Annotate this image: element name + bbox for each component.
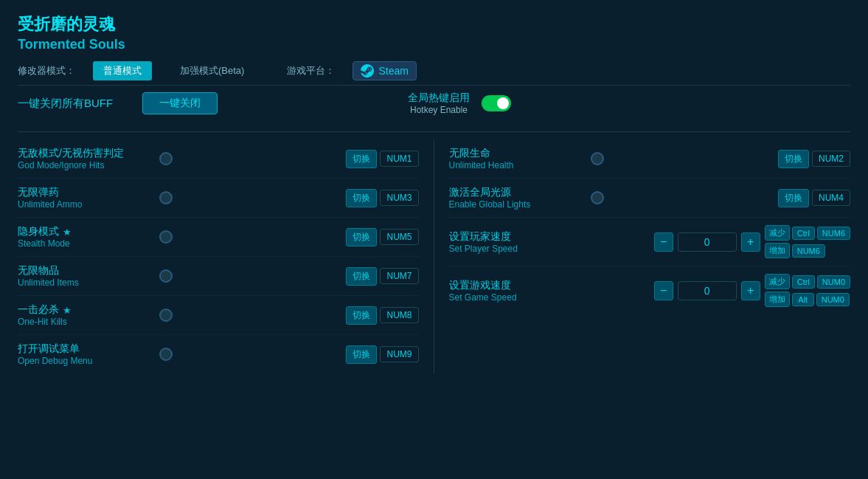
cheat-key-left-3: NUM7: [380, 268, 418, 284]
cheat-info-left-5: 打开调试菜单 Open Debug Menu: [18, 342, 150, 366]
cheat-name-en-left-0: God Mode/Ignore Hits: [18, 160, 150, 170]
cheat-key2-right-2: NUM6: [792, 244, 825, 258]
cheat-toggle-left-4[interactable]: [159, 309, 173, 322]
cheat-speed-dec-right-3[interactable]: −: [654, 281, 673, 300]
cheat-switch-btn-right-1[interactable]: 切换: [778, 189, 809, 207]
cheat-key-left-0: NUM1: [380, 151, 418, 167]
cheat-hotkey-right-1: 切换 NUM4: [778, 189, 850, 207]
cheat-name-zh-right-2: 设置玩家速度: [449, 230, 582, 244]
cheat-toggle-left-5[interactable]: [159, 348, 173, 361]
cheat-info-left-0: 无敌模式/无视伤害判定 God Mode/Ignore Hits: [18, 147, 150, 170]
cheat-speed-keys-right-3: 减少 Ctrl NUM0 增加 Alt NUM0: [765, 274, 850, 307]
cheat-row-right-1: 激活全局光源 Enable Global Lights 切换 NUM4: [449, 179, 851, 218]
cheat-speed-group-right-2: − + 减少 Ctrl NUM6 增加 NUM6: [654, 225, 850, 258]
cheat-info-left-3: 无限物品 Unlimited Items: [18, 264, 150, 288]
cheat-info-right-2: 设置玩家速度 Set Player Speed: [449, 230, 582, 254]
cheat-key-left-2: NUM5: [380, 229, 418, 245]
cheat-info-left-4: 一击必杀★ One-Hit Kills: [18, 303, 150, 327]
cheat-info-left-2: 隐身模式★ Stealth Mode: [18, 225, 150, 249]
steam-badge: Steam: [353, 61, 416, 80]
cheat-hotkey-left-5: 切换 NUM9: [346, 345, 418, 364]
cheat-info-right-1: 激活全局光源 Enable Global Lights: [449, 186, 582, 210]
cheat-row-left-1: 无限弹药 Unlimited Ammo 切换 NUM3: [18, 179, 419, 218]
mode-enhanced-button[interactable]: 加强模式(Beta): [170, 61, 254, 80]
cheat-row-left-4: 一击必杀★ One-Hit Kills 切换 NUM8: [18, 296, 419, 335]
cheat-speed-key-row1-right-3: 减少 Ctrl NUM0: [765, 274, 850, 289]
one-key-label: 一键关闭所有BUFF: [18, 97, 113, 111]
cheat-speed-key-row2-right-2: 增加 NUM6: [765, 243, 850, 258]
cheat-name-zh-left-5: 打开调试菜单: [18, 342, 150, 356]
cheat-key2-right-3: NUM0: [816, 293, 850, 306]
cheat-name-zh-right-3: 设置游戏速度: [449, 279, 582, 292]
cheat-name-zh-right-1: 激活全局光源: [449, 186, 582, 199]
cheat-name-zh-left-2: 隐身模式★: [18, 225, 150, 238]
one-key-button[interactable]: 一键关闭: [142, 92, 218, 114]
cheat-toggle-left-1[interactable]: [159, 191, 173, 204]
cheat-hotkey-right-0: 切换 NUM2: [778, 150, 850, 168]
cheat-speed-key-row2-right-3: 增加 Alt NUM0: [765, 292, 850, 307]
cheat-dec-label-right-2: 减少: [765, 225, 790, 241]
cheat-name-zh-left-0: 无敌模式/无视伤害判定: [18, 147, 150, 160]
cheat-dec-label-right-3: 减少: [765, 274, 790, 289]
cheat-key1-right-2: NUM6: [817, 227, 850, 240]
cheat-inc-label-right-2: 增加: [765, 243, 790, 258]
cheat-key-right-0: NUM2: [812, 151, 850, 167]
cheat-name-en-left-1: Unlimited Ammo: [18, 199, 150, 210]
steam-label: Steam: [378, 65, 408, 77]
cheat-hotkey-left-2: 切换 NUM5: [346, 228, 418, 247]
cheat-name-zh-left-3: 无限物品: [18, 264, 150, 278]
cheat-key1-right-3: NUM0: [817, 275, 850, 289]
cheat-speed-value-right-2[interactable]: [678, 232, 737, 252]
cheat-name-en-left-3: Unlimited Items: [18, 278, 150, 288]
cheat-row-right-2: 设置玩家速度 Set Player Speed − + 减少 Ctrl NUM6…: [449, 218, 851, 266]
cheat-speed-inc-right-2[interactable]: +: [741, 232, 760, 252]
cheat-toggle-left-3[interactable]: [159, 269, 173, 283]
cheat-info-right-3: 设置游戏速度 Set Game Speed: [449, 279, 582, 303]
cheat-row-left-5: 打开调试菜单 Open Debug Menu 切换 NUM9: [18, 335, 419, 373]
cheat-mod2-right-3: Alt: [792, 293, 814, 306]
cheat-name-en-right-2: Set Player Speed: [449, 244, 582, 254]
cheat-info-right-0: 无限生命 Unlimited Health: [449, 147, 582, 170]
cheat-switch-btn-left-2[interactable]: 切换: [346, 228, 377, 247]
cheat-toggle-left-0[interactable]: [159, 152, 173, 165]
cheat-name-en-left-2: Stealth Mode: [18, 238, 150, 249]
cheat-switch-btn-left-3[interactable]: 切换: [346, 267, 377, 286]
title-en: Tormented Souls: [18, 37, 850, 52]
cheat-speed-dec-right-2[interactable]: −: [654, 232, 673, 252]
cheat-key-left-4: NUM8: [380, 307, 418, 323]
cheat-mod1-right-3: Ctrl: [792, 275, 815, 289]
steam-icon: [361, 64, 374, 77]
cheat-key-left-5: NUM9: [380, 346, 418, 362]
cheat-name-zh-left-1: 无限弹药: [18, 186, 150, 199]
star-icon: ★: [63, 227, 72, 238]
cheat-info-left-1: 无限弹药 Unlimited Ammo: [18, 186, 150, 210]
cheat-switch-btn-left-1[interactable]: 切换: [346, 189, 377, 207]
cheat-name-en-right-0: Unlimited Health: [449, 160, 582, 170]
cheat-speed-group-right-3: − + 减少 Ctrl NUM0 增加 Alt NUM0: [654, 274, 850, 307]
cheat-name-en-left-5: Open Debug Menu: [18, 356, 150, 366]
cheat-key-right-1: NUM4: [812, 190, 850, 206]
hotkey-toggle[interactable]: [482, 95, 511, 111]
cheat-row-left-3: 无限物品 Unlimited Items 切换 NUM7: [18, 257, 419, 296]
hotkey-enable-sublabel: Hotkey Enable: [408, 105, 470, 115]
cheat-speed-value-right-3[interactable]: [678, 281, 737, 300]
cheat-toggle-right-1[interactable]: [591, 191, 604, 204]
cheat-speed-inc-right-3[interactable]: +: [741, 281, 760, 300]
cheat-switch-btn-right-0[interactable]: 切换: [778, 150, 809, 168]
mode-label: 修改器模式：: [18, 64, 75, 77]
cheat-toggle-left-2[interactable]: [159, 230, 173, 244]
cheat-switch-btn-left-0[interactable]: 切换: [346, 150, 377, 168]
cheat-name-en-right-1: Enable Global Lights: [449, 199, 582, 210]
platform-label: 游戏平台：: [287, 64, 335, 77]
cheat-row-right-3: 设置游戏速度 Set Game Speed − + 减少 Ctrl NUM0 增…: [449, 266, 851, 314]
cheat-switch-btn-left-4[interactable]: 切换: [346, 306, 377, 325]
title-zh: 受折磨的灵魂: [18, 13, 850, 35]
cheat-name-zh-right-0: 无限生命: [449, 147, 582, 160]
cheat-hotkey-left-1: 切换 NUM3: [346, 189, 418, 207]
hotkey-enable-label: 全局热键启用: [408, 92, 470, 105]
cheat-switch-btn-left-5[interactable]: 切换: [346, 345, 377, 364]
star-icon: ★: [63, 305, 72, 316]
mode-normal-button[interactable]: 普通模式: [93, 61, 152, 80]
cheat-hotkey-left-4: 切换 NUM8: [346, 306, 418, 325]
cheat-toggle-right-0[interactable]: [591, 152, 604, 165]
